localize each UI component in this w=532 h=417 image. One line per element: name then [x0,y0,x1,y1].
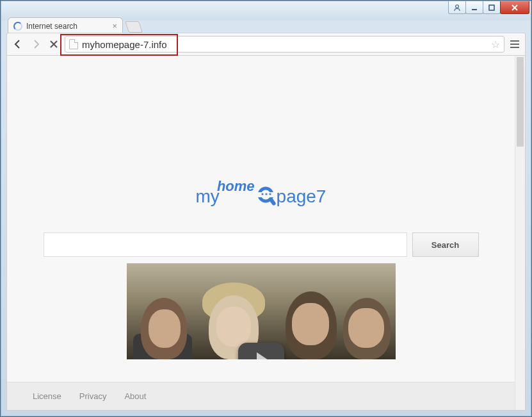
video-ad[interactable] [127,263,396,359]
svg-rect-2 [489,5,494,10]
footer-link-license[interactable]: License [33,391,61,401]
menu-button[interactable] [508,37,521,51]
svg-point-5 [261,193,263,195]
user-button[interactable] [448,1,466,14]
search-button[interactable]: Search [412,233,479,257]
vertical-scrollbar[interactable] [515,56,525,410]
svg-point-7 [269,193,271,195]
page-viewport: myhome page7 [6,56,526,411]
play-icon[interactable] [238,343,284,359]
url-text: myhomepage-7.info [82,39,167,50]
logo-part-my: my [196,186,220,206]
page-footer: License Privacy About [7,382,515,410]
bookmark-star-icon[interactable]: ☆ [491,38,500,51]
browser-window: Internet search × myhomepage-7.info ☆ [1,1,531,416]
footer-link-about[interactable]: About [124,391,146,401]
page-content: myhome page7 [7,56,515,410]
tab-strip: Internet search × [8,16,524,34]
new-tab-button[interactable] [125,21,143,33]
logo-magnifier-icon [256,186,278,208]
maximize-button[interactable] [483,1,501,14]
window-controls [449,1,529,14]
site-logo: myhome page7 [7,181,515,207]
browser-toolbar: myhomepage-7.info ☆ [6,33,526,56]
page-icon [69,39,78,49]
minimize-button[interactable] [465,1,483,14]
tab-title: Internet search [26,22,77,31]
address-bar[interactable]: myhomepage-7.info ☆ [65,36,504,53]
close-button[interactable] [500,1,529,14]
logo-part-home: home [217,178,255,194]
back-button[interactable] [11,37,25,51]
scrollbar-thumb[interactable] [517,57,524,147]
search-row: Search [44,233,479,257]
footer-link-privacy[interactable]: Privacy [79,391,107,401]
stop-reload-button[interactable] [47,37,61,51]
tab-close-icon[interactable]: × [112,21,117,31]
logo-part-page7: page7 [277,186,326,206]
svg-rect-1 [472,9,477,10]
svg-point-0 [456,4,459,8]
search-input[interactable] [44,233,407,256]
forward-button[interactable] [29,37,43,51]
loading-spinner-icon [13,22,22,31]
svg-point-6 [265,193,267,195]
tab-active[interactable]: Internet search × [8,17,123,34]
search-input-wrap [44,233,407,257]
